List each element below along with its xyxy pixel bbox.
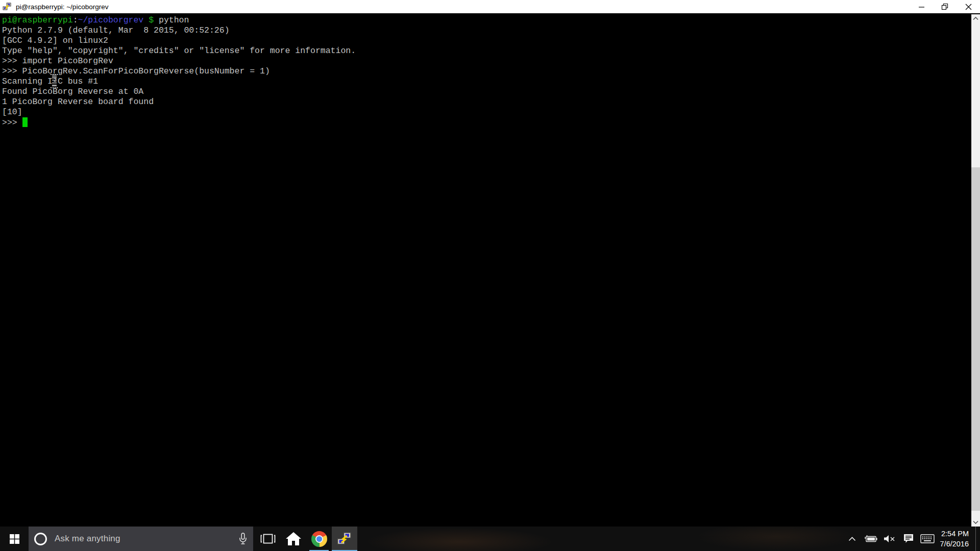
tray-overflow-button[interactable] <box>843 527 862 551</box>
clock-time: 2:54 PM <box>940 529 969 539</box>
mouse-ibeam-cursor <box>51 74 58 88</box>
scrollbar-thumb[interactable] <box>971 167 980 511</box>
chevron-down-icon <box>973 520 978 524</box>
prompt-dollar: $ <box>149 15 154 25</box>
terminal-scrollbar[interactable] <box>971 14 980 527</box>
windows-start-icon <box>10 534 19 544</box>
battery-tray-button[interactable] <box>862 527 880 551</box>
system-tray: 2:54 PM 7/6/2016 <box>843 527 980 551</box>
minimize-icon <box>918 4 925 10</box>
terminal-cursor <box>22 117 28 127</box>
volume-muted-icon <box>884 535 896 543</box>
volume-tray-button[interactable] <box>880 527 899 551</box>
taskbar: Ask me anything <box>0 527 980 551</box>
clock-date: 7/6/2016 <box>940 539 969 549</box>
prompt-command: python <box>154 15 189 25</box>
terminal-line: Type "help", "copyright", "credits" or "… <box>2 46 980 56</box>
restore-icon <box>941 3 948 10</box>
scroll-up-button[interactable] <box>971 14 980 23</box>
task-view-icon <box>260 533 276 544</box>
terminal-line: Python 2.7.9 (default, Mar 8 2015, 00:52… <box>2 26 980 36</box>
touch-keyboard-button[interactable] <box>918 527 937 551</box>
prompt-colon: : <box>73 15 78 25</box>
window-controls <box>910 0 980 13</box>
action-center-button[interactable] <box>899 527 918 551</box>
terminal-line: Scanning I²C bus #1 <box>2 77 980 87</box>
terminal-screen[interactable]: pi@raspberrypi:~/picoborgrev $ python Py… <box>0 14 980 527</box>
start-button[interactable] <box>0 527 29 551</box>
chrome-button[interactable] <box>306 527 332 551</box>
putty-icon <box>337 532 352 546</box>
pinned-home-button[interactable] <box>281 527 306 551</box>
terminal-input-line: >>> <box>2 117 980 128</box>
minimize-button[interactable] <box>910 0 933 13</box>
action-center-icon <box>903 534 914 544</box>
close-icon <box>965 4 972 10</box>
touch-keyboard-icon <box>920 534 935 543</box>
microphone-icon[interactable] <box>239 533 247 545</box>
terminal-line: 1 PicoBorg Reverse board found <box>2 97 980 107</box>
terminal-line: >>> import PicoBorgRev <box>2 56 980 66</box>
prompt-user-host: pi@raspberrypi <box>2 15 73 25</box>
restore-button[interactable] <box>933 0 957 13</box>
close-button[interactable] <box>957 0 980 13</box>
battery-charging-icon <box>864 535 877 543</box>
task-view-button[interactable] <box>255 527 281 551</box>
taskbar-clock[interactable]: 2:54 PM 7/6/2016 <box>937 527 975 551</box>
chevron-up-icon <box>973 17 978 20</box>
show-desktop-button[interactable] <box>975 527 980 551</box>
terminal-prompt-line: pi@raspberrypi:~/picoborgrev $ python <box>2 15 980 26</box>
cortana-ring-icon <box>34 533 47 545</box>
putty-taskbar-button[interactable] <box>332 527 357 551</box>
home-icon <box>286 532 301 545</box>
prompt-path: ~/picoborgrev <box>78 15 144 25</box>
terminal-line: [10] <box>2 107 980 117</box>
chevron-up-icon <box>848 537 856 541</box>
final-prompt: >>> <box>2 118 22 128</box>
putty-icon <box>3 3 12 11</box>
terminal-line: [GCC 4.9.2] on linux2 <box>2 36 980 46</box>
scroll-down-button[interactable] <box>971 518 980 527</box>
terminal-line: >>> PicoBorgRev.ScanForPicoBorgReverse(b… <box>2 66 980 77</box>
cortana-search-box[interactable]: Ask me anything <box>29 527 253 551</box>
window-title: pi@raspberrypi: ~/picoborgrev <box>16 3 108 11</box>
terminal-line: Found PicoBorg Reverse at 0A <box>2 87 980 97</box>
putty-window-titlebar[interactable]: pi@raspberrypi: ~/picoborgrev <box>0 0 980 14</box>
chrome-icon <box>311 531 327 547</box>
search-placeholder: Ask me anything <box>55 534 120 544</box>
